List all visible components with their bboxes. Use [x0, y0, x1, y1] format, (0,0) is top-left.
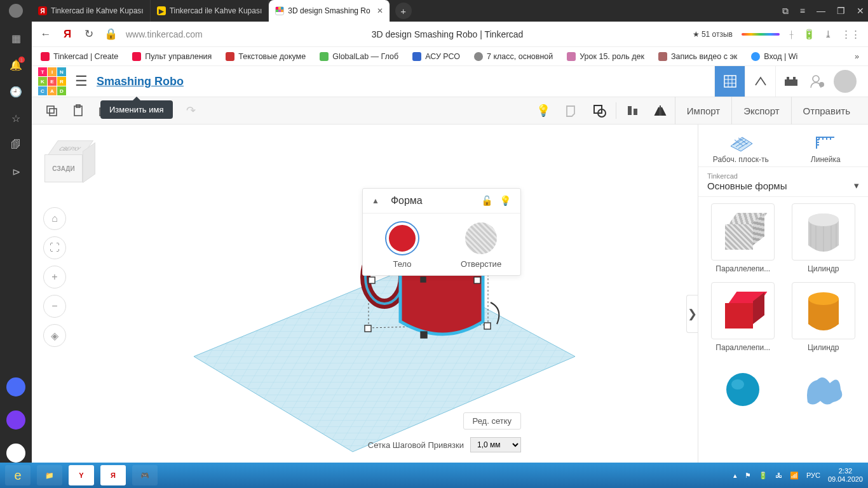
media-icon[interactable]: ⊳ — [10, 165, 22, 178]
view-bricks-button[interactable] — [745, 66, 775, 97]
view-cube[interactable]: СВЕРХУ СЗАДИ — [44, 140, 95, 191]
bookmarks-overflow-icon[interactable]: » — [855, 52, 859, 61]
bulb-icon[interactable]: 💡 — [499, 195, 512, 207]
history-icon[interactable]: 🕘 — [10, 85, 22, 98]
picture-in-picture-icon[interactable]: ⧉ — [782, 6, 789, 17]
taskbar-explorer-icon[interactable]: 📁 — [37, 465, 62, 485]
browser-tab-1[interactable]: ▶ Tinkercad ile Kahve Kupası — [151, 0, 269, 22]
apps-grid-icon[interactable]: ▦ — [10, 32, 22, 44]
tabs-overview-icon[interactable]: ≡ — [800, 6, 805, 16]
notes-toggle-icon[interactable] — [557, 99, 585, 122]
downloads-icon[interactable]: ⤓ — [824, 29, 832, 40]
tray-lang[interactable]: РУС — [806, 471, 820, 479]
design-name-link[interactable]: Smashing Robo — [97, 75, 184, 88]
url-text[interactable]: www.tinkercad.com — [126, 29, 203, 39]
bookmark-item[interactable]: Запись видео с эк — [658, 52, 737, 61]
group-icon[interactable] — [585, 99, 613, 122]
taskbar-ie-icon[interactable]: e — [5, 465, 31, 485]
collapse-panel-icon[interactable]: ▲ — [372, 196, 379, 205]
shape-library: Параллелепи... Цилиндр Параллелепи... — [698, 197, 868, 463]
window-close-button[interactable]: ✕ — [857, 6, 864, 16]
copy-button[interactable] — [38, 99, 65, 122]
taskbar-yandex1-icon[interactable]: Y — [69, 465, 94, 485]
user-avatar[interactable] — [834, 70, 857, 93]
export-button[interactable]: Экспорт — [731, 97, 790, 125]
notifications-icon[interactable]: 🔔1 — [10, 58, 22, 71]
shape-box-hole[interactable]: Параллелепи... — [706, 203, 780, 273]
align-icon[interactable] — [619, 99, 647, 122]
bookmark-item[interactable]: Пульт управления — [132, 52, 212, 61]
workplane-tool[interactable]: Рабоч. плоск-ть — [698, 131, 783, 164]
assistant-1-icon[interactable] — [6, 377, 25, 396]
shape-box-solid[interactable]: Параллелепи... — [706, 282, 780, 352]
taskbar-app-icon[interactable]: 🎮 — [132, 465, 158, 485]
window-minimize-button[interactable]: — — [817, 6, 825, 16]
view-lego-button[interactable] — [775, 66, 806, 97]
browser-tab-0[interactable]: Я Tinkercad ile Kahve Kupası — [32, 0, 151, 22]
bookmark-item[interactable]: 7 класс, основной — [474, 52, 553, 61]
tinkercad-logo[interactable]: TIN KER CAD — [38, 67, 66, 95]
shapes-sidebar: Рабоч. плоск-ть Линейка Tinkercad Основн… — [698, 125, 868, 463]
bookmark-item[interactable]: Вход | Wi — [751, 52, 797, 61]
favorites-icon[interactable]: ☆ — [10, 112, 22, 125]
nav-reload-icon[interactable]: ↻ — [83, 27, 95, 41]
import-button[interactable]: Импорт — [675, 97, 731, 125]
design-list-icon[interactable]: ☰ — [75, 73, 88, 90]
tray-clock[interactable]: 2:32 09.04.2020 — [828, 467, 863, 484]
send-button[interactable]: Отправить — [791, 97, 862, 125]
site-rating[interactable]: ★ 51 отзыв — [693, 30, 733, 39]
bookmark-item[interactable]: Урок 15. роль дек — [567, 52, 644, 61]
shape-category-select[interactable]: Tinkercad Основные формы▾ — [698, 166, 868, 197]
bookmark-item[interactable]: АСУ РСО — [412, 52, 460, 61]
bulb-icon[interactable]: 💡 — [529, 99, 557, 122]
notes-icon[interactable]: 🗐 — [10, 139, 22, 151]
ortho-view-button[interactable]: ◈ — [43, 324, 66, 347]
assistant-2-icon[interactable] — [6, 410, 25, 430]
snap-label: Сетка Шаговой Привязки — [368, 440, 464, 450]
bookmark-icon[interactable]: ⟊ — [789, 29, 794, 39]
zoom-out-button[interactable]: − — [43, 295, 66, 318]
3d-canvas[interactable]: СВЕРХУ СЗАДИ ⌂ ⛶ + − ◈ — [32, 125, 698, 463]
ruler-tool[interactable]: Линейка — [783, 131, 869, 164]
new-tab-button[interactable]: + — [395, 3, 412, 19]
tray-wifi-icon[interactable]: 📶 — [790, 471, 799, 480]
window-maximize-button[interactable]: ❐ — [837, 6, 845, 16]
home-view-button[interactable]: ⌂ — [43, 207, 66, 230]
bookmark-item[interactable]: GlobalLab — Глоб — [320, 52, 398, 61]
yandex-home-icon[interactable]: Я — [61, 28, 74, 41]
shape-cylinder-solid[interactable]: Цилиндр — [787, 282, 861, 352]
hole-option[interactable]: Отверстие — [442, 222, 520, 269]
bookmark-item[interactable]: Tinkercad | Create — [41, 52, 118, 61]
tray-up-icon[interactable]: ▴ — [733, 471, 737, 480]
viewcube-front[interactable]: СЗАДИ — [44, 154, 83, 182]
shape-scribble[interactable] — [787, 361, 861, 422]
lock-icon[interactable]: 🔓 — [481, 195, 493, 207]
shape-cylinder-hole[interactable]: Цилиндр — [787, 203, 861, 273]
tray-battery-icon[interactable]: 🔋 — [759, 471, 768, 480]
tray-flag-icon[interactable]: ⚑ — [745, 471, 751, 480]
view-blocks-button[interactable] — [714, 66, 745, 97]
battery-icon[interactable]: 🔋 — [803, 29, 815, 40]
nav-back-icon[interactable]: ← — [39, 28, 52, 41]
solid-option[interactable]: Тело — [363, 222, 442, 269]
edit-grid-button[interactable]: Ред. сетку — [463, 412, 521, 430]
fit-view-button[interactable]: ⛶ — [43, 236, 66, 259]
snap-select[interactable]: 1,0 мм — [470, 437, 521, 452]
taskbar-yandex2-icon[interactable]: Я — [100, 465, 126, 485]
os-profile-avatar[interactable] — [9, 4, 23, 18]
bookmark-item[interactable]: Текстовые докуме — [226, 52, 306, 61]
browser-tab-2-active[interactable]: 3D design Smashing Ro ✕ — [269, 0, 390, 22]
extensions-icon[interactable]: ⋮⋮ — [841, 29, 860, 40]
tray-network-icon[interactable]: 🖧 — [775, 471, 782, 479]
assistant-3-icon[interactable] — [6, 444, 25, 463]
tab-close-icon[interactable]: ✕ — [377, 6, 383, 15]
zoom-in-button[interactable]: + — [43, 266, 66, 288]
sidebar-collapse-handle[interactable]: ❯ — [686, 295, 698, 333]
lock-icon[interactable]: 🔒 — [104, 27, 117, 41]
paste-button[interactable] — [65, 99, 92, 122]
shape-sphere[interactable] — [706, 361, 780, 422]
mirror-icon[interactable] — [647, 99, 675, 122]
redo-button[interactable]: ↷ — [177, 99, 204, 122]
invite-icon[interactable]: + — [806, 70, 829, 93]
snap-grid-control: Сетка Шаговой Привязки 1,0 мм — [368, 437, 521, 452]
